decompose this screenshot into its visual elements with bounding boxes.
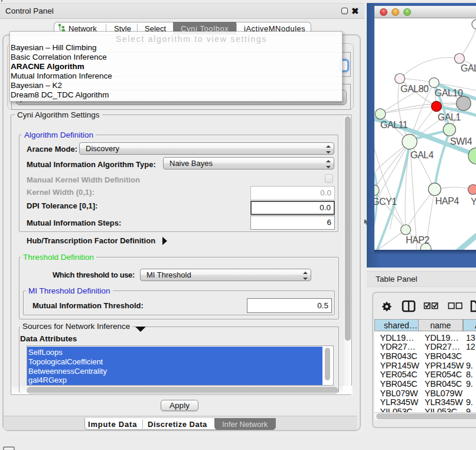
svg-text:GCY1: GCY1 [374, 197, 397, 207]
svg-text:HAP4: HAP4 [435, 196, 459, 206]
svg-text:GAL7: GAL7 [461, 63, 476, 73]
svg-text:GAL1: GAL1 [438, 112, 461, 122]
svg-text:GAL10: GAL10 [435, 88, 463, 98]
svg-text:SWI4: SWI4 [450, 136, 472, 146]
svg-text:GAL4: GAL4 [410, 150, 434, 160]
svg-text:GAL80: GAL80 [400, 84, 429, 94]
svg-text:Y: Y [471, 197, 476, 207]
svg-text:GAL11: GAL11 [380, 120, 408, 130]
svg-text:HAP2: HAP2 [406, 235, 429, 245]
